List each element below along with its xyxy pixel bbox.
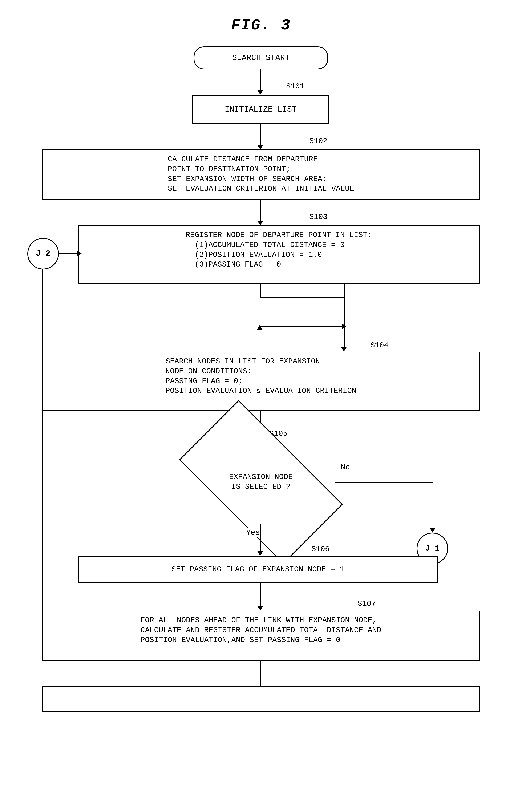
j2-arrowhead xyxy=(77,251,82,256)
s104-label: S104 xyxy=(370,341,388,350)
merge-arrow-1 xyxy=(260,326,343,327)
search-start-label: SEARCH START xyxy=(232,53,290,63)
arrow-yes xyxy=(260,524,261,552)
s106-label: S106 xyxy=(312,545,329,554)
j2-loop-arrowhead xyxy=(257,325,263,330)
search-start-shape: SEARCH START xyxy=(194,46,328,70)
arrow-3 xyxy=(260,200,261,221)
arrowhead-s103-down xyxy=(341,347,347,352)
set-passing-flag-shape: SET PASSING FLAG OF EXPANSION NODE = 1 xyxy=(78,556,438,583)
s107-label: S107 xyxy=(358,600,376,608)
j2-circle: J 2 xyxy=(27,238,59,269)
initialize-list-shape: INITIALIZE LIST xyxy=(192,95,329,124)
flowchart: FIG. 3 SEARCH START S101 INITIALIZE LIST… xyxy=(0,0,522,758)
arrow-no-v xyxy=(433,482,434,528)
calculate-distance-label: CALCULATE DISTANCE FROM DEPARTURE POINT … xyxy=(168,155,354,194)
arrow-4a xyxy=(260,284,261,297)
arrow-s103-down xyxy=(344,326,345,347)
j2-loop-v1 xyxy=(42,269,43,617)
register-node-shape: REGISTER NODE OF DEPARTURE POINT IN LIST… xyxy=(78,225,480,284)
arrow-1 xyxy=(260,70,261,91)
arrow-2 xyxy=(260,124,261,145)
bottom-empty-rect xyxy=(42,686,480,712)
for-all-nodes-label: FOR ALL NODES AHEAD OF THE LINK WITH EXP… xyxy=(141,616,381,645)
initialize-list-label: INITIALIZE LIST xyxy=(225,104,297,115)
register-node-label: REGISTER NODE OF DEPARTURE POINT IN LIST… xyxy=(185,230,372,270)
arrowhead-no xyxy=(430,528,436,533)
arrow-4c xyxy=(344,284,345,326)
yes-label: Yes xyxy=(246,528,260,537)
calculate-distance-shape: CALCULATE DISTANCE FROM DEPARTURE POINT … xyxy=(42,150,480,200)
arrowhead-2 xyxy=(257,145,263,150)
arrowhead-6 xyxy=(257,606,263,611)
arrow-6 xyxy=(260,583,261,606)
arrowhead-1 xyxy=(257,90,263,95)
j2-label: J 2 xyxy=(36,248,50,259)
no-label: No xyxy=(341,463,350,472)
s101-label: S101 xyxy=(286,82,304,91)
arrowhead-yes xyxy=(257,551,263,556)
search-nodes-shape: SEARCH NODES IN LIST FOR EXPANSION NODE … xyxy=(42,352,480,410)
arrow-4b xyxy=(260,297,344,298)
for-all-nodes-shape: FOR ALL NODES AHEAD OF THE LINK WITH EXP… xyxy=(42,611,480,661)
s102-label: S102 xyxy=(309,137,327,146)
page-title: FIG. 3 xyxy=(0,0,522,47)
j2-h-line xyxy=(59,253,78,254)
arrowhead-3 xyxy=(257,220,263,225)
expansion-node-label: EXPANSION NODE IS SELECTED ? xyxy=(188,441,334,523)
search-nodes-label: SEARCH NODES IN LIST FOR EXPANSION NODE … xyxy=(165,356,356,396)
set-passing-flag-label: SET PASSING FLAG OF EXPANSION NODE = 1 xyxy=(172,565,344,575)
j1-label: J 1 xyxy=(425,543,440,554)
arrow-no-h xyxy=(335,482,434,483)
arrow-bottom xyxy=(260,661,261,686)
s103-label: S103 xyxy=(309,213,327,221)
